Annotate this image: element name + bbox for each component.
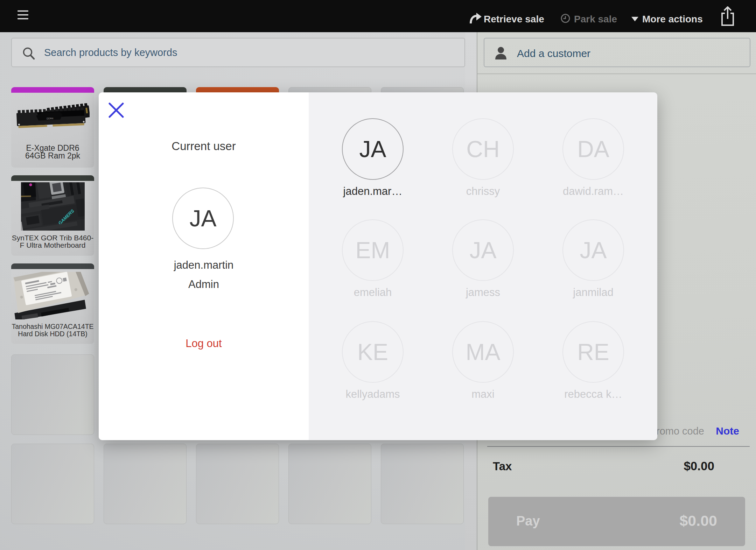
svg-text:DDR4: DDR4 bbox=[47, 117, 53, 120]
